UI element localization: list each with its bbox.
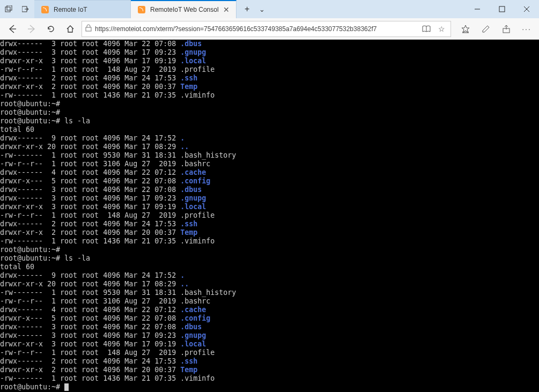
tab-menu-icon[interactable]: ⌄ — [255, 2, 270, 17]
forward-button[interactable] — [24, 21, 40, 37]
tab-remote-iot[interactable]: Remote IoT — [34, 0, 131, 18]
reading-view-icon[interactable] — [420, 25, 432, 33]
tab-actions-icon[interactable] — [0, 0, 17, 18]
svg-rect-1 — [7, 5, 12, 10]
tab-remoteiot-console[interactable]: RemoteIoT Web Consol ✕ — [131, 0, 237, 18]
share-button[interactable] — [498, 21, 514, 37]
address-bar[interactable]: https://remoteiot.com/xterm/?session=754… — [82, 21, 451, 37]
minimize-button[interactable] — [465, 0, 490, 18]
tab-title: Remote IoT — [54, 6, 87, 13]
favorites-button[interactable] — [457, 21, 474, 37]
tab-favicon-icon — [41, 5, 49, 14]
close-tab-icon[interactable]: ✕ — [223, 5, 230, 14]
url-text: https://remoteiot.com/xterm/?session=754… — [95, 25, 417, 33]
favorite-icon[interactable]: ☆ — [435, 25, 447, 33]
tab-title: RemoteIoT Web Consol — [150, 6, 219, 13]
tabs-container: Remote IoT RemoteIoT Web Consol ✕ + ⌄ — [34, 0, 465, 18]
new-tab-area: + ⌄ — [237, 0, 273, 18]
home-button[interactable] — [62, 21, 78, 37]
window-controls — [465, 0, 539, 18]
tab-favicon-icon — [137, 5, 146, 14]
svg-rect-4 — [499, 6, 505, 12]
svg-rect-0 — [5, 7, 10, 12]
more-button[interactable]: ··· — [519, 21, 535, 37]
terminal-output[interactable]: drwx------ 3 root root 4096 Mar 22 07:08… — [0, 40, 539, 392]
refresh-button[interactable] — [43, 21, 59, 37]
close-window-button[interactable] — [514, 0, 539, 18]
lock-icon — [85, 24, 92, 33]
notes-button[interactable] — [478, 21, 494, 37]
svg-rect-9 — [86, 27, 91, 31]
titlebar-left — [0, 0, 34, 18]
maximize-button[interactable] — [490, 0, 514, 18]
title-bar: Remote IoT RemoteIoT Web Consol ✕ + ⌄ — [0, 0, 539, 18]
toolbar: https://remoteiot.com/xterm/?session=754… — [0, 18, 539, 40]
toolbar-right: ··· — [454, 21, 535, 37]
set-aside-tabs-icon[interactable] — [17, 0, 34, 18]
back-button[interactable] — [4, 21, 20, 37]
new-tab-button[interactable]: + — [240, 2, 255, 17]
